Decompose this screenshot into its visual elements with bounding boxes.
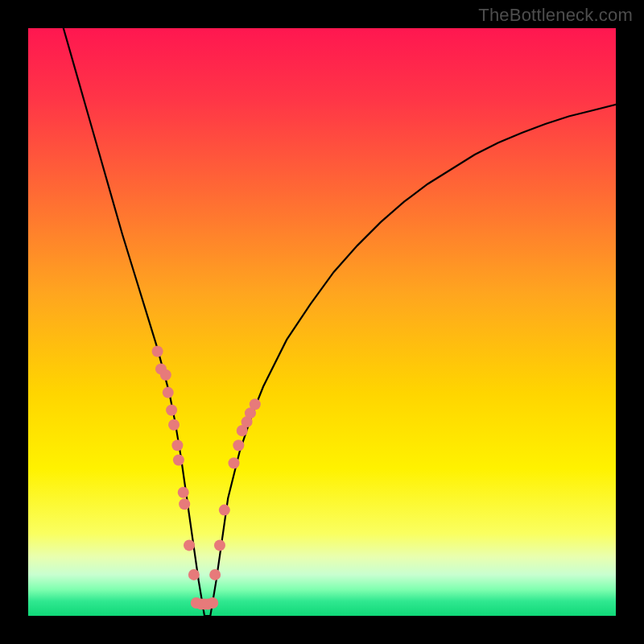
data-point xyxy=(207,597,218,609)
data-point xyxy=(173,455,184,466)
data-point xyxy=(188,569,200,580)
data-point xyxy=(171,440,183,451)
data-point xyxy=(179,498,190,510)
watermark-text: TheBottleneck.com xyxy=(478,5,633,26)
data-point xyxy=(184,539,195,551)
data-point xyxy=(178,487,189,498)
chart-frame: TheBottleneck.com xyxy=(0,0,644,644)
data-point xyxy=(168,419,180,431)
data-point xyxy=(152,346,163,357)
bottleneck-curve xyxy=(64,28,616,616)
data-point xyxy=(209,569,221,580)
data-point xyxy=(214,539,225,551)
data-point xyxy=(219,505,230,516)
data-point xyxy=(229,457,240,469)
plot-area xyxy=(28,28,616,616)
data-point xyxy=(233,440,244,451)
data-point xyxy=(166,405,177,416)
data-point xyxy=(250,398,261,410)
chart-svg xyxy=(28,28,616,616)
data-point xyxy=(163,387,174,398)
data-point xyxy=(160,369,171,381)
